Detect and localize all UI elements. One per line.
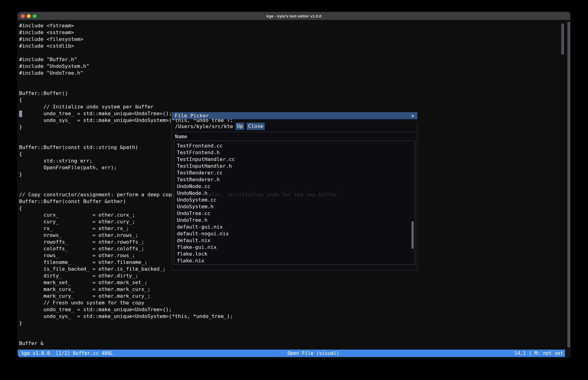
- file-picker-title: File Picker: [175, 113, 209, 119]
- file-picker-dialog: File Picker ✕ /Users/kyle/src/kte Up Clo…: [172, 112, 417, 268]
- file-item[interactable]: UndoTree.h: [177, 217, 415, 224]
- file-item[interactable]: UndoSystem.cc: [177, 197, 415, 203]
- file-item[interactable]: TestFrontend.h: [177, 149, 415, 156]
- status-left: kge v1.0.0 [1/1] Buffer.cc 486L: [21, 351, 113, 356]
- editor-area: #include <fstream> #include <sstream> #i…: [18, 20, 570, 350]
- file-item[interactable]: TestRenderer.h: [177, 176, 415, 183]
- status-bar: kge v1.0.0 [1/1] Buffer.cc 486L 14,1 | M…: [18, 350, 570, 357]
- file-item[interactable]: TestInputHandler.h: [177, 163, 415, 170]
- file-item[interactable]: UndoNode.cc: [177, 183, 415, 190]
- divider: [172, 132, 417, 132]
- file-item[interactable]: UndoSystem.h: [177, 203, 415, 210]
- close-button[interactable]: Close: [247, 123, 265, 130]
- up-button[interactable]: Up: [236, 123, 244, 130]
- window-bottom-edge: [18, 357, 570, 358]
- title-bar: kge - kyle's text editor v1.0.0: [18, 12, 570, 20]
- file-item[interactable]: flake-gui.nix: [177, 244, 415, 251]
- file-item[interactable]: default-nogui.nix: [177, 230, 415, 237]
- file-item[interactable]: TestFrontend.cc: [177, 143, 415, 149]
- status-bar-gap: [565, 350, 570, 357]
- file-item[interactable]: TestRenderer.cc: [177, 170, 415, 176]
- name-column-header: Name: [174, 134, 415, 139]
- window-title: kge - kyle's text editor v1.0.0: [18, 14, 570, 18]
- editor-scrollbar-thumb[interactable]: [561, 23, 564, 55]
- file-item[interactable]: UndoTree.cc: [177, 210, 415, 217]
- file-item[interactable]: flake.lock: [177, 251, 415, 257]
- status-mode: Open File (visual): [288, 350, 339, 357]
- editor-window: kge - kyle's text editor v1.0.0 #include…: [18, 12, 570, 358]
- file-item[interactable]: default-gui.nix: [177, 224, 415, 230]
- text-cursor: [19, 111, 22, 117]
- close-icon[interactable]: ✕: [411, 113, 414, 118]
- file-list-scrollbar-thumb[interactable]: [411, 221, 414, 249]
- window-scrollbar-track[interactable]: [567, 22, 570, 348]
- file-picker-body: /Users/kyle/src/kte Up Close Name TestFr…: [172, 122, 417, 271]
- file-item[interactable]: flake.nix: [177, 257, 415, 264]
- current-path: /Users/kyle/src/kte: [175, 123, 233, 129]
- file-list[interactable]: TestFrontend.ccTestFrontend.hTestInputHa…: [174, 141, 415, 265]
- file-picker-header[interactable]: File Picker ✕: [172, 112, 417, 119]
- file-item[interactable]: default.nix: [177, 237, 415, 244]
- file-item[interactable]: UndoNode.h: [177, 190, 415, 197]
- path-row: /Users/kyle/src/kte Up Close: [174, 122, 415, 130]
- status-bar-blue: kge v1.0.0 [1/1] Buffer.cc 486L 14,1 | M…: [18, 350, 565, 357]
- status-right: 14,1 | M: not set: [514, 351, 563, 356]
- file-item[interactable]: TestInputHandler.cc: [177, 156, 415, 163]
